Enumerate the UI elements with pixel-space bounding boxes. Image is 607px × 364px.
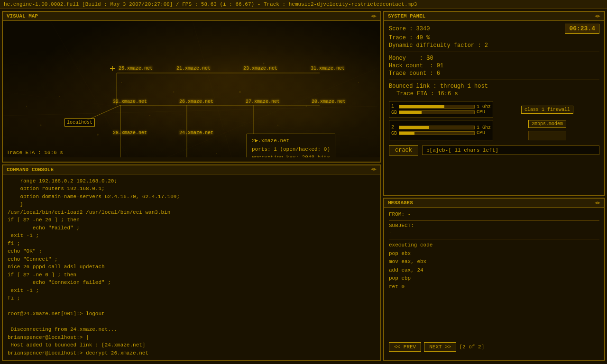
svg-line-4	[98, 68, 377, 157]
visual-map-title: VISUAL MAP	[7, 13, 38, 19]
system-panel-header: SYSTEM PANEL ◄►	[384, 12, 604, 21]
title-bar: he.engine-1.00.0082.full [Build : May 3 …	[0, 0, 607, 9]
crack-button[interactable]: crack	[389, 145, 418, 155]
node-28[interactable]: 28.xmaze.net	[113, 130, 147, 136]
svg-point-20	[121, 82, 122, 83]
svg-line-0	[3, 106, 377, 116]
console-line: range 192.168.0.2 192.168.0.20;	[8, 177, 376, 185]
svg-point-14	[239, 91, 241, 93]
messages-corner: ◄►	[595, 200, 600, 206]
money-value: $0	[426, 55, 433, 62]
hw-slot-2-name-container: 2mbps.modem	[495, 120, 599, 140]
timer-display: 06:23.4	[565, 24, 599, 34]
svg-point-7	[40, 125, 42, 126]
console-line: echo "OK" ;	[8, 247, 376, 255]
hw-ram-1: 1GB	[391, 103, 397, 116]
map-trace-eta: Trace ETA : 16:6 s	[7, 150, 63, 155]
node-23[interactable]: 23.xmaze.net	[243, 66, 277, 71]
command-console-panel: COMMAND CONSOLE ◄► range 192.168.0.2 192…	[2, 164, 381, 361]
messages-header: MESSAGES ◄►	[384, 199, 604, 208]
hw-slot-1-name: class 1 firewall	[521, 106, 573, 114]
visual-map-header: VISUAL MAP ◄►	[3, 12, 380, 21]
hack-count-value: 91	[437, 63, 443, 69]
crack-row: crack	[389, 145, 599, 155]
node-32[interactable]: 32.xmaze.net	[113, 99, 147, 104]
svg-line-2	[193, 21, 240, 157]
map-canvas[interactable]: localhost 25.xmaze.net 21.xmaze.net 23.x…	[3, 21, 380, 157]
subject-value: -	[389, 230, 599, 236]
console-line: if [ $? -ne 0 ] ; then	[8, 271, 376, 279]
sys-corner: ◄►	[595, 14, 600, 19]
trace-text: Trace : 49 %	[389, 35, 430, 41]
svg-point-12	[173, 91, 175, 93]
hardware-grid: 1GB 1 GhzCPU	[389, 101, 599, 140]
svg-point-8	[59, 96, 60, 97]
console-line: if [ $? -ne 26 ] ; then	[8, 216, 376, 224]
crack-input[interactable]	[422, 146, 599, 155]
command-console-title: COMMAND CONSOLE	[7, 167, 54, 173]
msg-line: pop ebx	[389, 250, 599, 258]
hw-slot-1-name-container: class 1 firewall	[495, 101, 599, 118]
svg-point-15	[277, 125, 278, 126]
console-corner: ◄►	[371, 167, 377, 172]
svg-point-18	[358, 82, 359, 83]
messages-title: MESSAGES	[388, 200, 413, 206]
node-tooltip: 2►.xmaze.net ports: 1 (open/hacked: 0) e…	[247, 134, 335, 157]
node-25[interactable]: 25.xmaze.net	[110, 66, 153, 71]
console-line: exit -1 ;	[8, 287, 376, 295]
msg-line: executing code	[389, 241, 599, 250]
msg-line: pop ebp	[389, 274, 599, 283]
console-content[interactable]: range 192.168.0.2 192.168.0.20; option r…	[3, 174, 380, 356]
node-20[interactable]: 20.xmaze.net	[312, 99, 346, 104]
svg-point-6	[26, 106, 27, 107]
console-line: echo "Connexion failed" ;	[8, 279, 376, 287]
console-line	[8, 318, 376, 326]
console-line: brianspencer@localhost:> decrypt 26.xmaz…	[8, 349, 376, 356]
trace-count-value: 6	[437, 70, 440, 77]
from-field: FROM: -	[389, 211, 599, 217]
system-content: Score : 3340 06:23.4 Trace : 49 % Dynami…	[384, 21, 604, 158]
hw-bar-2	[399, 126, 475, 129]
system-panel-title: SYSTEM PANEL	[388, 13, 425, 19]
console-line: fi ;	[8, 294, 376, 302]
svg-point-13	[216, 153, 217, 154]
trace-eta-sys: Trace ETA : 16:6 s	[396, 91, 458, 97]
trace-count-label: Trace count : 6	[389, 70, 440, 77]
node-24[interactable]: 24.xmaze.net	[179, 130, 213, 136]
money-label: Money : $0	[389, 55, 433, 62]
next-button[interactable]: NEXT >>	[424, 342, 456, 352]
node-31[interactable]: 31.xmaze.net	[311, 66, 345, 71]
node-26[interactable]: 26.xmaze.net	[179, 99, 213, 104]
localhost-node[interactable]: localhost	[64, 118, 95, 127]
title-text: he.engine-1.00.0082.full [Build : May 3 …	[4, 1, 417, 7]
msg-line: mov eax, ebx	[389, 258, 599, 266]
console-line: Disconnecting from 24.xmaze.net...	[8, 326, 376, 334]
score-label: Score : 3340	[389, 26, 430, 32]
console-line: echo "Connect" ;	[8, 255, 376, 264]
console-line: }	[8, 200, 376, 209]
svg-line-1	[50, 21, 145, 157]
prev-button[interactable]: << PREV	[389, 342, 421, 352]
score-value: 3340	[416, 26, 430, 32]
hw-slot-2: 2GB 1 GhzCPU	[389, 120, 493, 140]
svg-point-16	[306, 106, 307, 107]
console-line: nice 26 pppd call adsl updetach	[8, 263, 376, 271]
visual-map-panel: VISUAL MAP ◄►	[2, 11, 381, 163]
console-line	[8, 302, 376, 310]
console-line: option routers 192.168.0.1;	[8, 185, 376, 193]
hw-bar-2b	[399, 131, 475, 135]
console-line: /usr/local/bin/eci-load2 /usr/local/bin/…	[8, 209, 376, 217]
hack-count-label: Hack count : 91	[389, 63, 443, 69]
console-line: Host added to bounced link : [24.xmaze.n…	[8, 341, 376, 349]
difficulty-text: Dynamic difficulty factor : 2	[389, 42, 488, 49]
localhost-label: localhost	[67, 120, 92, 125]
messages-panel: MESSAGES ◄► FROM: - SUBJECT: - executing…	[383, 198, 605, 361]
message-body: executing code pop ebx mov eax, ebx add …	[389, 241, 599, 340]
hw-bar-1	[399, 105, 475, 109]
svg-point-10	[97, 134, 99, 136]
node-27[interactable]: 27.xmaze.net	[246, 99, 280, 104]
node-21[interactable]: 21.xmaze.net	[176, 66, 211, 71]
console-line: fi ;	[8, 240, 376, 248]
hw-cpu-1: 1 GhzCPU	[477, 104, 491, 115]
msg-line: ret 0	[389, 283, 599, 291]
